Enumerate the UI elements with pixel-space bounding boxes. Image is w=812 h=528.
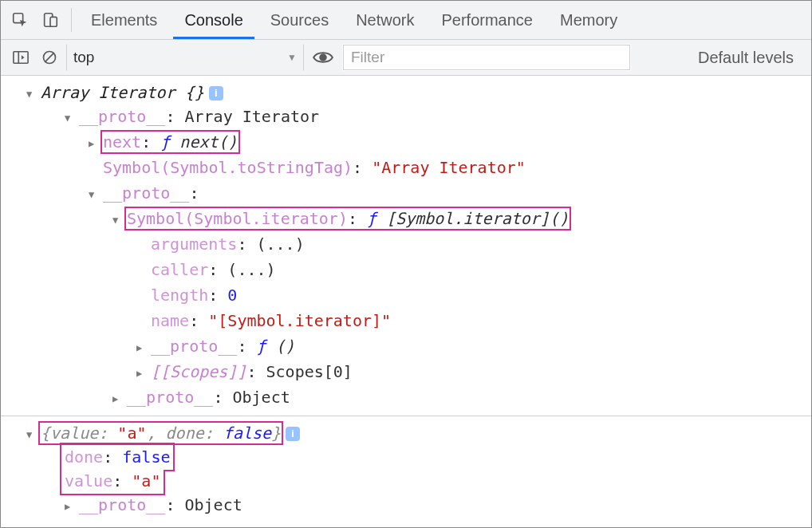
- object-row[interactable]: __proto__: Array Iterator: [41, 104, 811, 130]
- tab-elements[interactable]: Elements: [80, 1, 168, 39]
- tab-memory[interactable]: Memory: [549, 1, 629, 39]
- object-row[interactable]: Symbol(Symbol.iterator): ƒ [Symbol.itera…: [41, 207, 811, 232]
- tab-console[interactable]: Console: [173, 1, 254, 39]
- console-output: ▼ Array Iterator {}i __proto__: Array It…: [1, 76, 811, 523]
- expand-icon[interactable]: [89, 183, 103, 207]
- svg-rect-3: [14, 52, 28, 64]
- info-icon[interactable]: i: [209, 86, 223, 100]
- object-row[interactable]: name: "[Symbol.iterator]": [41, 309, 811, 334]
- expand-icon[interactable]: [65, 106, 79, 130]
- expand-icon[interactable]: ▼: [26, 423, 32, 447]
- object-summary[interactable]: {value: "a", done: false}i: [41, 421, 811, 445]
- console-toolbar: top ▼ Default levels: [1, 40, 811, 76]
- expand-icon[interactable]: [89, 132, 103, 156]
- object-row[interactable]: length: 0: [41, 283, 811, 309]
- object-summary[interactable]: Array Iterator {}i: [41, 81, 811, 104]
- expand-icon[interactable]: [136, 336, 151, 360]
- expand-icon[interactable]: [112, 387, 127, 411]
- svg-rect-2: [50, 17, 57, 26]
- svg-line-6: [45, 53, 54, 62]
- object-row[interactable]: caller: (...): [41, 258, 811, 283]
- object-row[interactable]: __proto__: ƒ (): [41, 334, 811, 360]
- divider: [71, 8, 72, 32]
- svg-point-7: [320, 54, 326, 61]
- filter-input[interactable]: [342, 44, 631, 71]
- toggle-sidebar-icon[interactable]: [9, 45, 33, 69]
- expand-icon[interactable]: ▼: [26, 82, 32, 106]
- expand-icon[interactable]: [65, 495, 79, 518]
- log-levels-selector[interactable]: Default levels: [698, 49, 803, 67]
- object-row[interactable]: __proto__: Object: [41, 493, 811, 518]
- live-expression-icon[interactable]: [309, 45, 337, 69]
- object-row[interactable]: __proto__:: [41, 181, 811, 207]
- object-row[interactable]: arguments: (...): [41, 232, 811, 258]
- expand-icon[interactable]: [136, 361, 151, 385]
- tab-performance[interactable]: Performance: [431, 1, 545, 39]
- console-entry: ▼ {value: "a", done: false}i done: false…: [1, 416, 811, 523]
- inspect-icon[interactable]: [7, 7, 33, 33]
- context-selector-label: top: [73, 49, 94, 66]
- object-row[interactable]: done: falsevalue: "a": [41, 445, 811, 493]
- info-icon[interactable]: i: [286, 427, 300, 441]
- context-selector[interactable]: top ▼: [66, 44, 304, 71]
- object-row[interactable]: __proto__: Object: [41, 385, 811, 411]
- main-tabs: Elements Console Sources Network Perform…: [1, 1, 811, 40]
- tab-sources[interactable]: Sources: [259, 1, 340, 39]
- chevron-down-icon: ▼: [287, 52, 297, 63]
- tab-network[interactable]: Network: [345, 1, 425, 39]
- object-row[interactable]: Symbol(Symbol.toStringTag): "Array Itera…: [41, 156, 811, 181]
- object-row[interactable]: [[Scopes]]: Scopes[0]: [41, 360, 811, 385]
- device-toggle-icon[interactable]: [37, 7, 63, 33]
- object-row[interactable]: next: ƒ next(): [41, 130, 811, 156]
- console-entry: ▼ Array Iterator {}i __proto__: Array It…: [1, 76, 811, 416]
- clear-console-icon[interactable]: [37, 45, 61, 69]
- expand-icon[interactable]: [112, 208, 127, 232]
